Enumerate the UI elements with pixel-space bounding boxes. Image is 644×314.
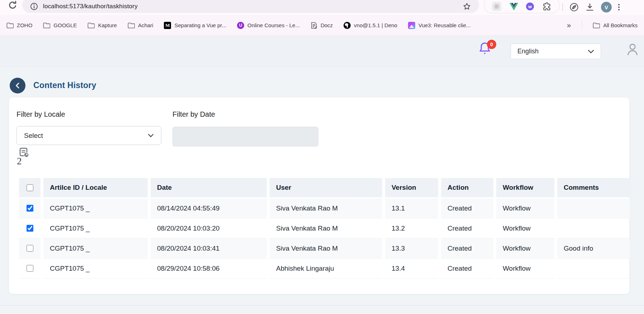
bookmark-zoho[interactable]: ZOHO [6,22,32,29]
col-user: User [270,178,382,197]
locale-select-value: Select [24,132,148,140]
page-content: Content History Filter by Locale Select … [0,67,644,314]
bookmark-star-icon[interactable] [463,2,471,11]
date-filter-input[interactable] [172,127,318,146]
row-checkbox[interactable] [27,225,33,232]
content-history-table: Artilce ID / Locale Date User Version Ac… [19,178,630,279]
table-row: CGPT1075 _ 08/29/2024 10:58:06 Abhishek … [19,259,630,279]
reload-icon[interactable] [7,0,18,11]
address-bar[interactable]: localhost:5173/kauthor/taskhistory [22,0,479,13]
cell-comments [557,259,630,279]
folder-icon [87,22,95,29]
folder-icon [43,22,50,29]
cell-workflow: Workflow [496,259,554,279]
browser-toolbar: localhost:5173/kauthor/taskhistory w [0,0,644,15]
cell-action: Created [441,238,493,259]
bookmark-online-courses[interactable]: U Online Courses - Le... [237,22,300,29]
document-icon [311,22,317,29]
row-checkbox[interactable] [27,205,33,212]
back-button[interactable] [10,78,25,93]
toolbar-right-group: V [562,0,644,13]
select-all-checkbox[interactable] [27,184,33,191]
app-header: 0 English [0,36,644,67]
bookmark-medium-article[interactable]: M Separating a Vue pr... [164,22,226,29]
cell-date: 08/20/2024 10:03:20 [151,218,267,238]
toolbar-divider [562,3,563,11]
cell-version: 13.1 [385,198,438,218]
cell-user: Siva Venkata Rao M [270,198,382,218]
col-article-id: Artilce ID / Locale [43,178,148,197]
col-date: Date [151,178,267,197]
cell-date: 08/14/2024 04:55:49 [151,198,267,218]
filter-locale-label: Filter by Locale [16,110,65,119]
cell-user: Siva Venkata Rao M [270,218,382,238]
react-devtools-icon[interactable] [492,2,501,11]
cell-workflow: Workflow [496,218,554,238]
row-checkbox[interactable] [27,265,33,272]
cell-date: 08/20/2024 10:03:41 [151,238,267,259]
table-row: CGPT1075 _ 08/14/2024 04:55:49 Siva Venk… [19,198,630,218]
folder-icon [6,22,14,29]
bookmark-vue3-reusable[interactable]: Vue3: Reusable clie... [408,22,470,29]
medium-icon: M [164,22,171,29]
chevron-down-icon [148,134,154,137]
folder-icon [593,22,600,29]
wordtune-extension-icon[interactable]: w [526,3,534,10]
locale-select[interactable]: Select [16,126,161,145]
cell-version: 13.3 [385,238,438,259]
bookmarks-divider [582,21,582,30]
cell-workflow: Workflow [496,198,554,218]
cell-comments [557,198,630,218]
cell-article-id: CGPT1075 _ [43,238,148,259]
content-history-card: Filter by Locale Select Filter by Date 2… [9,97,629,294]
user-profile-icon[interactable] [625,42,640,58]
site-info-icon[interactable] [30,3,38,10]
select-all-cell [19,178,41,197]
language-value: English [517,48,588,55]
cell-action: Created [441,198,493,218]
bookmark-docz[interactable]: Docz [311,22,333,29]
cell-article-id: CGPT1075 _ [43,198,148,218]
cell-workflow: Workflow [496,238,554,259]
chevron-down-icon [588,49,594,54]
cell-comments [557,218,630,238]
bookmark-kapture[interactable]: Kapture [87,22,117,29]
col-workflow: Workflow [496,178,554,197]
bookmark-google[interactable]: GOOGLE [43,22,77,29]
bookmark-deno[interactable]: vno@1.5.1 | Deno [344,22,397,29]
cell-date: 08/29/2024 10:58:06 [151,259,267,279]
cell-user: Siva Venkata Rao M [270,238,382,259]
cell-version: 13.4 [385,259,438,279]
col-version: Version [385,178,438,197]
folder-icon [128,22,135,29]
gradient-icon [408,22,415,29]
profile-avatar[interactable]: V [601,2,612,13]
page-title: Content History [33,81,96,90]
extensions-puzzle-icon[interactable] [542,2,551,11]
selected-count: 2 [17,156,22,167]
table-row: CGPT1075 _ 08/20/2024 10:03:41 Siva Venk… [19,238,630,259]
row-checkbox[interactable] [27,245,33,252]
extensions-pill: w [484,0,560,13]
footer-divider [0,305,644,306]
table-row: CGPT1075 _ 08/20/2024 10:03:20 Siva Venk… [19,218,630,238]
cell-article-id: CGPT1075 _ [43,259,148,279]
downloads-icon[interactable] [585,3,595,12]
performance-leaf-icon[interactable] [569,3,579,12]
vue-devtools-icon[interactable] [510,3,518,10]
bookmarks-bar: ZOHO GOOGLE Kapture Achari M Separating … [0,15,644,36]
language-select[interactable]: English [511,44,601,59]
bookmark-achari[interactable]: Achari [128,22,153,29]
table-header-row: Artilce ID / Locale Date User Version Ac… [19,178,630,197]
cell-user: Abhishek Lingaraju [270,259,382,279]
cell-version: 13.2 [385,218,438,238]
col-action: Action [441,178,493,197]
cell-article-id: CGPT1075 _ [43,218,148,238]
browser-menu-icon[interactable] [618,4,620,10]
notifications-button[interactable]: 0 [478,41,497,59]
all-bookmarks-button[interactable]: All Bookmarks [593,22,638,29]
chevron-left-icon [14,82,21,89]
bookmarks-overflow-chevron[interactable]: » [567,21,571,29]
url-text[interactable]: localhost:5173/kauthor/taskhistory [43,3,463,10]
cell-action: Created [441,218,493,238]
